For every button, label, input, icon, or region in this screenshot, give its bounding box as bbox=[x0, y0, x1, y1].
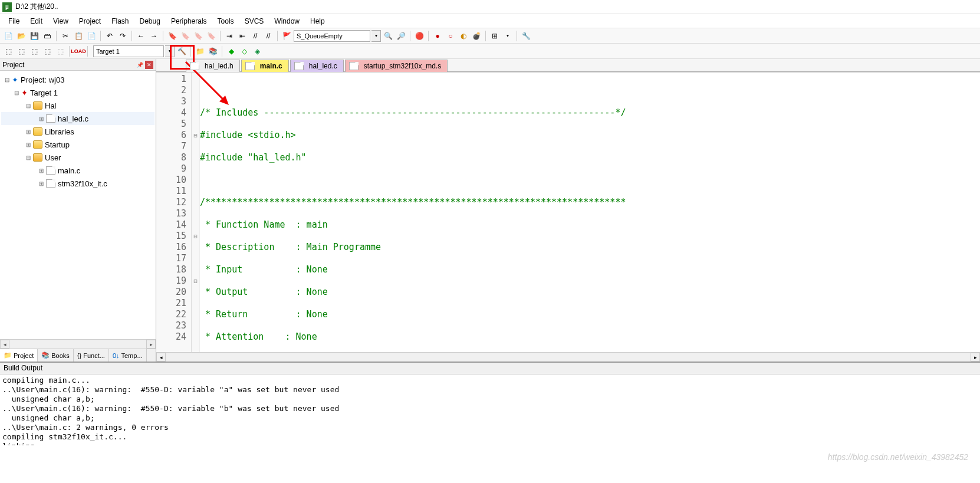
project-panel-title: Project bbox=[2, 61, 24, 69]
menu-help[interactable]: Help bbox=[305, 16, 330, 27]
menu-file[interactable]: File bbox=[4, 16, 24, 27]
uncomment-icon[interactable]: // bbox=[262, 30, 274, 42]
menu-project[interactable]: Project bbox=[74, 16, 106, 27]
undo-icon[interactable]: ↶ bbox=[104, 30, 116, 42]
project-panel: Project 📌 ✕ ⊟✦ Project: wj03 ⊟✦ Target 1… bbox=[0, 59, 156, 362]
tab-project[interactable]: 📁Project bbox=[0, 349, 38, 362]
menu-view[interactable]: View bbox=[48, 16, 73, 27]
paste-icon[interactable]: 📄 bbox=[85, 30, 97, 42]
outdent-icon[interactable]: ⇤ bbox=[236, 30, 248, 42]
tree-folder-libraries[interactable]: ⊞ Libraries bbox=[1, 125, 154, 138]
editor-panel: hal_led.h main.c hal_led.c startup_stm32… bbox=[156, 59, 980, 362]
redo-icon[interactable]: ↷ bbox=[117, 30, 129, 42]
breakpoint-insert-icon[interactable]: ● bbox=[432, 30, 443, 42]
nav-fwd-icon[interactable]: → bbox=[148, 30, 160, 42]
debug-icon[interactable]: 🔴 bbox=[413, 30, 425, 42]
tree-file-hal-led[interactable]: ⊞ hal_led.c bbox=[1, 112, 154, 125]
tab-functions[interactable]: {}Funct... bbox=[74, 349, 109, 362]
breakpoint-kill-icon[interactable]: 💣 bbox=[471, 30, 482, 42]
translate-icon[interactable]: ⬚ bbox=[2, 45, 14, 57]
watermark: https://blog.csdn.net/weixin_43982452 bbox=[828, 452, 968, 462]
build-icon[interactable]: ⬚ bbox=[15, 45, 27, 57]
menu-window[interactable]: Window bbox=[269, 16, 304, 27]
comment-icon[interactable]: // bbox=[249, 30, 261, 42]
save-all-icon[interactable]: 🗃 bbox=[41, 30, 53, 42]
editor-hscroll[interactable]: ◂▸ bbox=[156, 352, 980, 362]
options-icon[interactable]: 🔨 bbox=[176, 45, 188, 57]
project-hscroll[interactable]: ◂▸ bbox=[0, 339, 156, 349]
menu-tools[interactable]: Tools bbox=[213, 16, 239, 27]
tree-folder-hal[interactable]: ⊟ Hal bbox=[1, 99, 154, 112]
build-output-title: Build Output bbox=[0, 363, 980, 374]
find-in-files-icon[interactable]: 🔎 bbox=[395, 30, 407, 42]
line-gutter: 123456789101112131415161718192021222324 bbox=[156, 73, 192, 352]
file-ext-icon[interactable]: 📁 bbox=[194, 45, 206, 57]
tree-project-root[interactable]: ⊟✦ Project: wj03 bbox=[1, 73, 154, 86]
manage-icon[interactable]: 📚 bbox=[207, 45, 219, 57]
save-icon[interactable]: 💾 bbox=[28, 30, 40, 42]
editor-tabs: hal_led.h main.c hal_led.c startup_stm32… bbox=[156, 59, 980, 72]
window-title: D:\2 其他\20.. bbox=[15, 2, 58, 12]
tab-templates[interactable]: 0↓Temp... bbox=[109, 349, 147, 362]
download-icon[interactable]: LOAD bbox=[73, 45, 84, 57]
target-combo[interactable]: Target 1 bbox=[93, 45, 164, 57]
indent-icon[interactable]: ⇥ bbox=[223, 30, 235, 42]
menu-bar: File Edit View Project Flash Debug Perip… bbox=[0, 14, 980, 28]
breakpoint-enable-icon[interactable]: ○ bbox=[445, 30, 456, 42]
bookmark-next-icon[interactable]: 🔖 bbox=[192, 30, 204, 42]
select-packs-icon[interactable]: ◈ bbox=[251, 45, 263, 57]
tree-folder-startup[interactable]: ⊞ Startup bbox=[1, 138, 154, 151]
title-bar: µ D:\2 其他\20.. bbox=[0, 0, 980, 14]
find-flag-icon[interactable]: 🚩 bbox=[281, 30, 292, 42]
copy-icon[interactable]: 📋 bbox=[73, 30, 84, 42]
find-icon[interactable]: 🔍 bbox=[382, 30, 394, 42]
app-icon: µ bbox=[2, 2, 12, 12]
code-area[interactable]: /* Includes ----------------------------… bbox=[200, 73, 980, 352]
menu-edit[interactable]: Edit bbox=[25, 16, 47, 27]
batch-build-icon[interactable]: ⬚ bbox=[41, 45, 53, 57]
build-output-body[interactable]: compiling main.c... ..\User\main.c(16): … bbox=[0, 374, 980, 445]
build-output-panel: Build Output compiling main.c... ..\User… bbox=[0, 362, 980, 445]
rte-icon[interactable]: ◇ bbox=[238, 45, 250, 57]
layout-dd-icon[interactable]: ▾ bbox=[502, 30, 514, 42]
menu-peripherals[interactable]: Peripherals bbox=[166, 16, 212, 27]
bookmark-clear-icon[interactable]: 🔖 bbox=[205, 30, 217, 42]
tree-target[interactable]: ⊟✦ Target 1 bbox=[1, 86, 154, 99]
open-icon[interactable]: 📂 bbox=[15, 30, 27, 42]
tab-main-c[interactable]: main.c bbox=[241, 60, 289, 72]
pin-icon[interactable]: 📌 bbox=[136, 61, 144, 69]
project-tree[interactable]: ⊟✦ Project: wj03 ⊟✦ Target 1 ⊟ Hal ⊞ hal… bbox=[0, 71, 156, 339]
configure-icon[interactable]: 🔧 bbox=[520, 30, 532, 42]
stop-build-icon[interactable]: ⬚ bbox=[54, 45, 66, 57]
menu-flash[interactable]: Flash bbox=[107, 16, 133, 27]
window-layout-icon[interactable]: ⊞ bbox=[489, 30, 501, 42]
toolbar-build: ⬚ ⬚ ⬚ ⬚ ⬚ LOAD Target 1 ▾ 🔨 📁 📚 ◆ ◇ ◈ bbox=[0, 44, 980, 59]
close-icon[interactable]: ✕ bbox=[145, 61, 153, 69]
tab-hal-led-c[interactable]: hal_led.c bbox=[290, 60, 344, 72]
project-bottom-tabs: 📁Project 📚Books {}Funct... 0↓Temp... bbox=[0, 349, 156, 362]
editor-body[interactable]: 123456789101112131415161718192021222324 … bbox=[156, 72, 980, 352]
tree-folder-user[interactable]: ⊟ User bbox=[1, 151, 154, 164]
tree-file-main[interactable]: ⊞ main.c bbox=[1, 164, 154, 177]
main-area: Project 📌 ✕ ⊟✦ Project: wj03 ⊟✦ Target 1… bbox=[0, 59, 980, 362]
cut-icon[interactable]: ✂ bbox=[60, 30, 71, 42]
tab-hal-led-h[interactable]: hal_led.h bbox=[186, 60, 240, 72]
fold-column[interactable]: ⊟⊟⊟ bbox=[192, 73, 200, 352]
search-dropdown-icon[interactable]: ▾ bbox=[371, 30, 381, 42]
toolbar-main: 📄 📂 💾 🗃 ✂ 📋 📄 ↶ ↷ ← → 🔖 🔖 🔖 🔖 ⇥ ⇤ // // … bbox=[0, 28, 980, 44]
bookmark-prev-icon[interactable]: 🔖 bbox=[179, 30, 191, 42]
project-panel-header: Project 📌 ✕ bbox=[0, 59, 156, 71]
tab-startup[interactable]: startup_stm32f10x_md.s bbox=[345, 60, 448, 72]
search-combo[interactable]: S_QueueEmpty bbox=[294, 30, 370, 42]
nav-back-icon[interactable]: ← bbox=[135, 30, 147, 42]
menu-svcs[interactable]: SVCS bbox=[240, 16, 269, 27]
new-file-icon[interactable]: 📄 bbox=[2, 30, 14, 42]
bookmark-icon[interactable]: 🔖 bbox=[166, 30, 178, 42]
tree-file-stm32it[interactable]: ⊞ stm32f10x_it.c bbox=[1, 177, 154, 190]
breakpoint-disable-icon[interactable]: ◐ bbox=[458, 30, 469, 42]
tab-books[interactable]: 📚Books bbox=[38, 349, 74, 362]
menu-debug[interactable]: Debug bbox=[135, 16, 165, 27]
rebuild-icon[interactable]: ⬚ bbox=[28, 45, 40, 57]
target-dropdown-icon[interactable]: ▾ bbox=[165, 45, 175, 57]
pack-installer-icon[interactable]: ◆ bbox=[225, 45, 237, 57]
